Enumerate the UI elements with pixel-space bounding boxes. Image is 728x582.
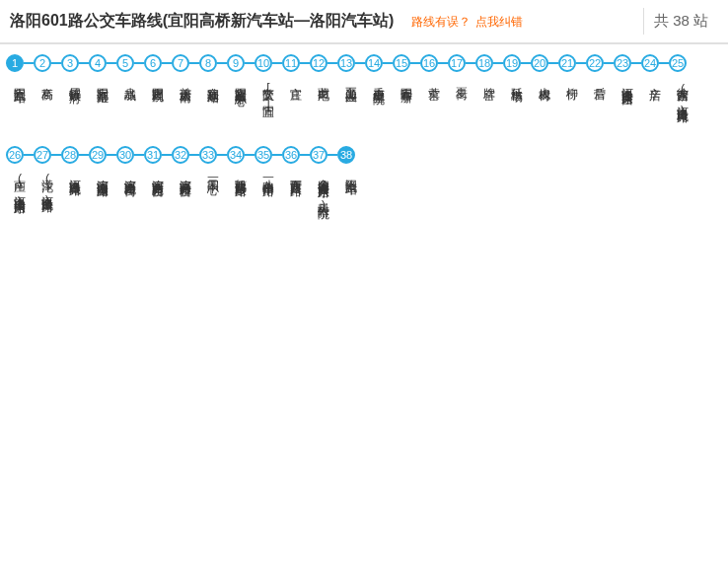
stop[interactable]: 16黄窑 xyxy=(420,54,448,80)
stop-number-icon: 8 xyxy=(199,54,217,72)
stop[interactable]: 15宜阳看守所 xyxy=(393,54,420,83)
node-wrap: 6 xyxy=(144,54,172,72)
stop[interactable]: 6宜阳国税局 xyxy=(144,54,172,83)
stop-number-icon: 30 xyxy=(116,146,134,164)
stop-number-icon: 5 xyxy=(116,54,134,72)
stop[interactable]: 37金谷园路健康东路口(科大二附院) xyxy=(310,146,337,213)
stop-label: 凯旋西路解放路口 xyxy=(234,170,248,178)
connector-line xyxy=(548,62,558,64)
connector-line xyxy=(355,62,365,64)
stop[interactable]: 35八一路中州中路口 xyxy=(255,146,282,178)
stop-number-icon: 13 xyxy=(337,54,355,72)
connector-line xyxy=(217,62,227,64)
stop[interactable]: 32滨河南路牡丹桥西 xyxy=(172,146,199,178)
stop[interactable]: 25徐家营西(河洛路青城路口) xyxy=(669,54,696,118)
stop[interactable]: 36唐宫西路八一路口 xyxy=(282,146,310,178)
connector-line xyxy=(631,62,641,64)
stop-number-icon: 33 xyxy=(199,146,217,164)
node-wrap: 21 xyxy=(558,54,586,72)
stop[interactable]: 5水晶城 xyxy=(116,54,144,81)
node-wrap: 2 xyxy=(34,54,61,72)
connector-line xyxy=(162,62,172,64)
stop[interactable]: 26南庄(河洛路丰润东路口) xyxy=(6,146,34,209)
stop-label: 宜粮加油站 xyxy=(206,78,220,83)
node-wrap: 32 xyxy=(172,146,199,164)
stop-label: 官庄 xyxy=(289,78,303,80)
stop[interactable]: 14香鹿山卫生院 xyxy=(365,54,393,84)
stop[interactable]: 3锦屏镇政府 xyxy=(61,54,89,83)
stop-label: 后营 xyxy=(593,78,607,80)
stop[interactable]: 23河洛路安康路口西 xyxy=(614,54,641,86)
node-wrap: 34 xyxy=(227,146,255,164)
stop-number-icon: 32 xyxy=(172,146,189,164)
stop[interactable]: 17夏街 xyxy=(448,54,475,80)
stop-number-icon: 17 xyxy=(448,54,466,72)
connector-line xyxy=(521,62,531,64)
stop[interactable]: 12龙羽电厂 xyxy=(310,54,337,82)
node-wrap: 10 xyxy=(255,54,282,72)
stop[interactable]: 21柳行 xyxy=(558,54,586,80)
stop-label: 洛阳汽车站 xyxy=(344,170,358,175)
connector-line xyxy=(300,62,310,64)
stop-number-icon: 7 xyxy=(172,54,189,72)
stop-label: 水晶城 xyxy=(123,78,137,81)
stop[interactable]: 9宜阳行政服务中心 xyxy=(227,54,255,86)
stop-number-icon: 2 xyxy=(34,54,51,72)
stop[interactable]: 2高桥 xyxy=(34,54,61,80)
stop[interactable]: 29滨河南路瀛洲路口 xyxy=(89,146,116,178)
connector-line xyxy=(328,62,337,64)
stop[interactable]: 20大槐树 xyxy=(531,54,558,81)
connector-line xyxy=(245,154,255,156)
node-wrap: 13 xyxy=(337,54,365,72)
stop[interactable]: 27濛沱(河洛路龙鳞路口) xyxy=(34,146,61,208)
node-wrap: 18 xyxy=(475,54,503,72)
connector-line xyxy=(272,154,282,156)
node-wrap: 35 xyxy=(255,146,282,164)
stop-number-icon: 24 xyxy=(641,54,659,72)
connector-line xyxy=(51,154,61,156)
node-wrap: 38 xyxy=(337,146,365,164)
stop[interactable]: 10交警队[宜阳] xyxy=(255,54,282,112)
stop[interactable]: 24辛店 xyxy=(641,54,669,80)
stop-label: 滨河南路龙祥街口 xyxy=(123,170,137,178)
stop[interactable]: 28河洛路春城路口 xyxy=(61,146,89,177)
stop-label: 滨河南路瀛洲路口 xyxy=(96,170,109,178)
connector-line xyxy=(659,62,669,64)
stop[interactable]: 4宜阳新都汇 xyxy=(89,54,116,83)
stop[interactable]: 18牌窑 xyxy=(475,54,503,80)
node-wrap: 29 xyxy=(89,146,116,164)
node-wrap: 22 xyxy=(586,54,614,72)
node-wrap: 31 xyxy=(144,146,172,164)
stop-label: 八一路中州中路口 xyxy=(261,170,275,178)
stop[interactable]: 31滨河南路西苑桥西 xyxy=(144,146,172,178)
stop-number-icon: 11 xyxy=(282,54,300,72)
stop[interactable]: 11官庄 xyxy=(282,54,310,80)
stop-label: 大槐树 xyxy=(538,78,551,81)
error-report: 路线有误？ 点我纠错 xyxy=(411,12,522,31)
stop-label: 柳行 xyxy=(565,78,579,80)
node-wrap: 36 xyxy=(282,146,310,164)
stop[interactable]: 22后营 xyxy=(586,54,614,80)
stop[interactable]: 1宜阳汽车站 xyxy=(6,54,34,83)
stop[interactable]: 38洛阳汽车站 xyxy=(337,146,365,175)
stop[interactable]: 8宜粮加油站 xyxy=(199,54,227,83)
node-wrap: 3 xyxy=(61,54,89,72)
stop[interactable]: 33零一四中心 xyxy=(199,146,227,175)
node-wrap: 33 xyxy=(199,146,227,164)
stop[interactable]: 13至尚工业园 xyxy=(337,54,365,83)
stop-number-icon: 29 xyxy=(89,146,107,164)
connector-line xyxy=(604,62,614,64)
node-wrap: 23 xyxy=(614,54,641,72)
stop-number-icon: 25 xyxy=(669,54,687,72)
stop-label: 河洛路安康路口西 xyxy=(620,78,634,86)
stop[interactable]: 7前进大桥南 xyxy=(172,54,199,83)
error-link[interactable]: 点我纠错 xyxy=(475,15,523,29)
stop-number-icon: 23 xyxy=(614,54,631,72)
stop[interactable]: 34凯旋西路解放路口 xyxy=(227,146,255,178)
connector-line xyxy=(245,62,255,64)
stop-label: 牌窑 xyxy=(482,78,496,80)
node-wrap: 20 xyxy=(531,54,558,72)
stop[interactable]: 30滨河南路龙祥街口 xyxy=(116,146,144,178)
stop[interactable]: 19延秋市场 xyxy=(503,54,531,82)
connector-line xyxy=(79,62,89,64)
